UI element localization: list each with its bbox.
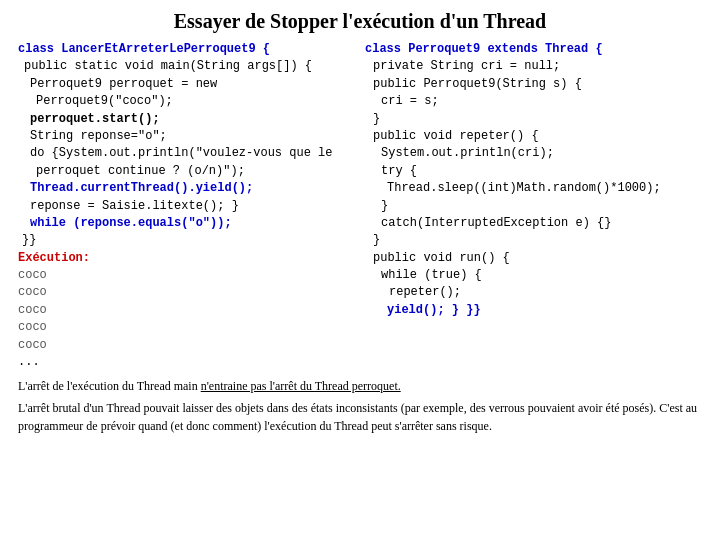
coco-3: coco — [18, 302, 355, 319]
r-line-10: } — [381, 198, 702, 215]
code-line-7: do {System.out.println("voulez-vous que … — [30, 145, 355, 162]
code-line-1: class LancerEtArreterLePerroquet9 { — [18, 41, 355, 58]
ellipsis: ... — [18, 354, 355, 371]
r-line-14: while (true) { — [381, 267, 702, 284]
r-line-12: } — [373, 232, 702, 249]
r-line-1: class Perroquet9 extends Thread { — [365, 41, 702, 58]
r-line-16: yield(); } }} — [387, 302, 702, 319]
code-line-6: String reponse="o"; — [30, 128, 355, 145]
bottom-para1: L'arrêt de l'exécution du Thread main n'… — [18, 377, 702, 395]
code-line-9: Thread.currentThread().yield(); — [30, 180, 355, 197]
right-column: class Perroquet9 extends Thread { privat… — [365, 41, 702, 371]
code-line-12: }} — [22, 232, 355, 249]
page-title: Essayer de Stopper l'exécution d'un Thre… — [18, 10, 702, 33]
coco-1: coco — [18, 267, 355, 284]
code-line-5: perroquet.start(); — [30, 111, 355, 128]
bottom-para2: L'arrêt brutal d'un Thread pouvait laiss… — [18, 399, 702, 435]
code-line-2: public static void main(String args[]) { — [24, 58, 355, 75]
r-line-8: try { — [381, 163, 702, 180]
r-line-13: public void run() { — [373, 250, 702, 267]
code-line-10: reponse = Saisie.litexte(); } — [30, 198, 355, 215]
r-line-5: } — [373, 111, 702, 128]
left-code: class LancerEtArreterLePerroquet9 { publ… — [18, 41, 355, 371]
coco-5: coco — [18, 337, 355, 354]
page: Essayer de Stopper l'exécution d'un Thre… — [0, 0, 720, 540]
r-line-2: private String cri = null; — [373, 58, 702, 75]
r-line-6: public void repeter() { — [373, 128, 702, 145]
exec-label: Exécution: — [18, 250, 355, 267]
r-line-15: repeter(); — [389, 284, 702, 301]
code-line-4: Perroquet9("coco"); — [36, 93, 355, 110]
coco-4: coco — [18, 319, 355, 336]
right-code: class Perroquet9 extends Thread { privat… — [365, 41, 702, 319]
bottom-section: L'arrêt de l'exécution du Thread main n'… — [18, 377, 702, 435]
code-line-11: while (reponse.equals("o")); — [30, 215, 355, 232]
coco-2: coco — [18, 284, 355, 301]
r-line-11: catch(InterruptedException e) {} — [381, 215, 702, 232]
r-line-7: System.out.println(cri); — [381, 145, 702, 162]
content-area: class LancerEtArreterLePerroquet9 { publ… — [18, 41, 702, 371]
left-column: class LancerEtArreterLePerroquet9 { publ… — [18, 41, 355, 371]
code-line-3: Perroquet9 perroquet = new — [30, 76, 355, 93]
r-line-4: cri = s; — [381, 93, 702, 110]
r-line-3: public Perroquet9(String s) { — [373, 76, 702, 93]
code-line-8: perroquet continue ? (o/n)"); — [36, 163, 355, 180]
r-line-9: Thread.sleep((int)Math.random()*1000); — [387, 180, 702, 197]
